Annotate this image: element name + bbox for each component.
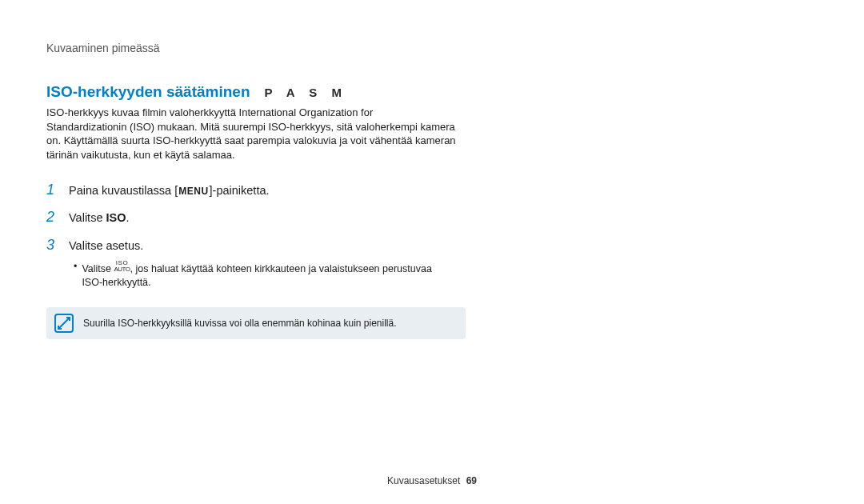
sub-bullet-pre: Valitse <box>82 263 114 274</box>
section-heading: ISO-herkkyyden säätäminen <box>46 83 250 101</box>
step-text-pre: Valitse asetus. <box>69 239 143 252</box>
step-text-bold: ISO <box>106 211 126 224</box>
mode-indicators: P A S M <box>265 86 347 99</box>
step-item: 2 Valitse ISO. <box>46 203 818 230</box>
step-number: 1 <box>46 176 58 203</box>
step-text: Valitse asetus. <box>69 235 143 258</box>
bullet-dot: • <box>74 260 77 290</box>
intro-paragraph: ISO-herkkyys kuvaa filmin valoherkkyyttä… <box>46 106 456 162</box>
step-text: Valitse ISO. <box>69 207 130 230</box>
step-text: Paina kuvaustilassa [MENU]-painiketta. <box>69 180 270 202</box>
breadcrumb: Kuvaaminen pimeässä <box>46 42 818 54</box>
step-text-post: . <box>126 211 129 224</box>
step-text-post: ]-painiketta. <box>210 184 270 197</box>
sub-bullet-post: , jos haluat käyttää kohteen kirkkauteen… <box>82 263 431 288</box>
step-list: 1 Paina kuvaustilassa [MENU]-painiketta.… <box>46 176 818 289</box>
step-number: 3 <box>46 231 58 258</box>
step-item: 3 Valitse asetus. <box>46 231 818 258</box>
iso-icon-bot: AUTO <box>114 266 130 273</box>
menu-icon: MENU <box>178 186 209 197</box>
heading-row: ISO-herkkyyden säätäminen P A S M <box>46 83 818 101</box>
step-text-pre: Valitse <box>69 211 106 224</box>
footer-page-number: 69 <box>466 475 477 486</box>
note-text: Suurilla ISO-herkkyyksillä kuvissa voi o… <box>83 318 397 329</box>
sub-bullet: • Valitse ISOAUTO, jos haluat käyttää ko… <box>74 260 448 290</box>
footer-label: Kuvausasetukset <box>387 475 460 486</box>
step-item: 1 Paina kuvaustilassa [MENU]-painiketta. <box>46 176 818 203</box>
step-number: 2 <box>46 203 58 230</box>
note-box: Suurilla ISO-herkkyyksillä kuvissa voi o… <box>46 307 466 339</box>
iso-auto-icon: ISOAUTO <box>114 260 130 273</box>
sub-bullet-text: Valitse ISOAUTO, jos haluat käyttää koht… <box>82 260 448 290</box>
step-text-pre: Paina kuvaustilassa [ <box>69 184 178 197</box>
note-icon <box>54 314 74 333</box>
page-footer: Kuvausasetukset 69 <box>0 475 864 486</box>
